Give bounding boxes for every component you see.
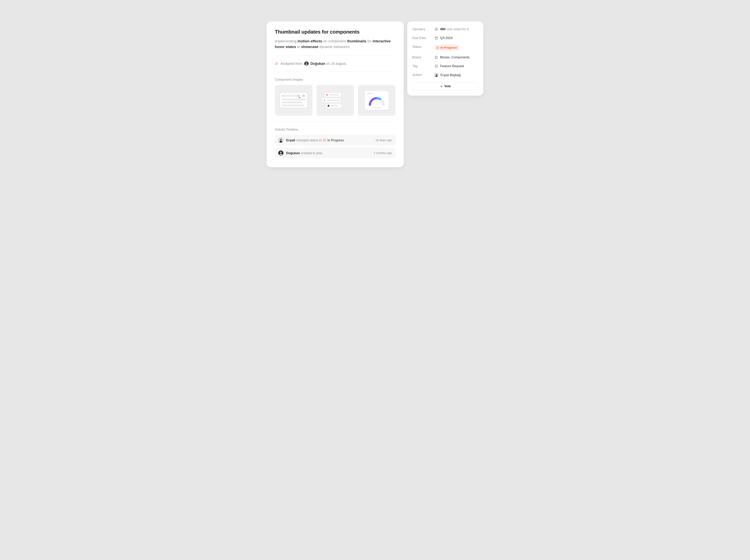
task-description: Implementing motion effects on component… [275,39,395,49]
clock-icon [323,139,326,142]
activity-time: 16 days ago [376,138,392,142]
assigner-avatar [304,61,309,66]
divider [275,71,395,72]
meta-value-upvoters: 480 user voted for it. [435,27,478,31]
component-thumbnail[interactable] [358,85,395,116]
user-avatar [278,138,283,143]
meta-value-author: Erşad Başbağ [435,73,478,77]
svg-rect-9 [435,37,437,39]
layout-icon [435,56,438,59]
svg-point-7 [280,152,282,153]
component-thumbnail[interactable]: ⌘K [275,85,313,116]
vote-button[interactable]: Vote [412,82,478,90]
meta-value-board: Blocks, Components [435,56,478,59]
pin-icon [275,62,278,66]
status-badge: In Progress [435,45,459,50]
meta-value-status: In Progress [435,45,478,50]
svg-rect-12 [435,65,437,67]
activity-time: 2 months ago [374,151,392,155]
meta-label-tag: Tag [412,64,431,68]
images-section-label: Component Images [275,78,395,81]
svg-rect-4 [280,141,282,141]
component-images-row: ⌘K [275,85,395,116]
task-detail-card: Thumbnail updates for components Impleme… [267,21,404,167]
svg-rect-11 [435,56,437,59]
component-thumbnail[interactable] [316,85,354,116]
meta-value-due-date: Q3-2024 [435,36,478,40]
svg-point-1 [306,62,307,64]
author-avatar [435,73,438,77]
divider [275,122,395,122]
svg-rect-15 [436,75,437,76]
check-square-icon [435,64,438,68]
meta-label-due-date: Due Date [412,36,431,40]
activity-section-label: Activity Timeline [275,128,395,131]
activity-user: Doğukan [286,151,300,155]
meta-value-tag: Feature Request [435,64,478,68]
activity-status: In Progress [327,138,344,142]
assigned-row: Assigned from Doğukan on 24 august. [275,61,395,66]
activity-item: Doğukan created to plan. 2 months ago [275,148,395,158]
plus-icon [440,85,443,88]
svg-point-14 [436,74,437,75]
plus-circle-icon [435,27,438,31]
activity-item: Erşad changed status to In Progress 16 d… [275,135,395,145]
meta-label-author: Author [412,73,431,77]
meta-label-status: Status [412,45,431,50]
activity-user: Erşad [286,138,295,142]
meta-label-upvoters: Upvoters [412,27,431,31]
svg-point-3 [280,139,282,141]
calendar-icon [435,36,438,40]
page-title: Thumbnail updates for components [275,29,395,35]
meta-label-board: Board [412,56,431,59]
sidebar-meta-card: Upvoters 480 user voted for it. Due Date… [407,21,483,96]
user-avatar [278,150,283,155]
